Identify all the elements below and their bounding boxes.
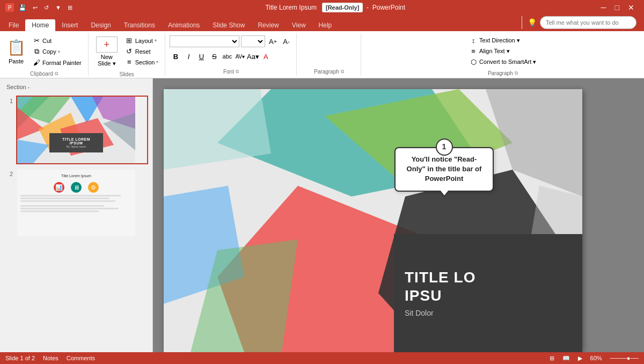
shadow-button[interactable]: abc [221, 50, 233, 62]
slide-thumbnail-1[interactable]: TITLE LOREM IPSUM By: Name name [16, 96, 148, 164]
clipboard-col: ✂ Cut ⧉ Copy ▾ 🖌 Format Painter [30, 35, 84, 68]
tab-design[interactable]: Design [84, 19, 117, 32]
callout-text: You'll notice "Read-Only" in the title b… [407, 155, 482, 183]
lightbulb-icon: 💡 [528, 18, 537, 27]
align-text-button[interactable]: ≡ Align Text ▾ [467, 46, 538, 56]
redo-qat-button[interactable]: ↺ [42, 4, 50, 11]
copy-icon: ⧉ [32, 47, 41, 56]
slide-title-text: TITLE LOIPSU [405, 268, 572, 304]
copy-label: Copy [42, 48, 56, 55]
paste-button[interactable]: 📋 Paste [4, 35, 28, 65]
font-name-select[interactable] [170, 35, 239, 47]
tab-insert[interactable]: Insert [55, 19, 84, 32]
drawing-content: ↕ Text Direction ▾ ≡ Align Text ▾ ⬡ Conv… [467, 34, 538, 68]
font-expander[interactable]: ⧉ [236, 69, 239, 75]
text-direction-button[interactable]: ↕ Text Direction ▾ [467, 35, 538, 46]
notes-status[interactable]: Notes [43, 355, 58, 361]
slide-thumbnail-2[interactable]: Title Lorem Ipsum 📊 🖥 ⚙ [16, 169, 148, 237]
layout-label: Layout [135, 38, 153, 44]
slide-thumb-svg-1 [17, 97, 135, 163]
drawing-group-label: Paragraph ⧉ [365, 68, 640, 76]
change-case-button[interactable]: Aa▾ [247, 50, 259, 62]
clipboard-content: 📋 Paste ✂ Cut ⧉ Copy ▾ 🖌 Format Painter [4, 34, 84, 69]
slide-icon-teal: 🖥 [71, 182, 82, 193]
zoom-slider[interactable]: ────●── [610, 355, 639, 361]
cut-icon: ✂ [32, 37, 41, 45]
tab-transitions[interactable]: Transitions [118, 19, 162, 32]
font-color-button[interactable]: A [260, 50, 272, 62]
close-button[interactable]: ✕ [624, 3, 639, 12]
slides-col: ⊞ Layout ▾ ↺ Reset ≡ Section ▾ [123, 35, 161, 67]
powerpoint-icon: P [5, 3, 14, 12]
tab-slideshow[interactable]: Slide Show [206, 19, 251, 32]
bold-button[interactable]: B [170, 50, 181, 62]
ribbon-tab-bar: File Home Insert Design Transitions Anim… [0, 15, 644, 31]
font-content: A+ A- B I U S abc AV▾ Aa▾ A [170, 34, 292, 67]
layout-chevron: ▾ [155, 38, 157, 43]
font-format-row: B I U S abc AV▾ Aa▾ A [170, 50, 272, 62]
undo-qat-button[interactable]: ↩ [31, 4, 39, 11]
ribbon-content: 📋 Paste ✂ Cut ⧉ Copy ▾ 🖌 Format Painter [0, 31, 644, 78]
align-text-label: Align Text ▾ [479, 48, 510, 55]
comments-status[interactable]: Comments [67, 355, 95, 361]
slide-icon-red: 📊 [54, 182, 64, 193]
tab-review[interactable]: Review [251, 19, 285, 32]
font-size-select[interactable] [241, 35, 265, 47]
char-spacing-button[interactable]: AV▾ [234, 50, 246, 62]
cut-button[interactable]: ✂ Cut [30, 35, 84, 46]
cut-label: Cut [42, 38, 52, 44]
main-area: Section - 1 [0, 78, 644, 352]
tell-me-input[interactable] [540, 16, 636, 29]
view-slideshow[interactable]: ▶ [578, 355, 582, 362]
slide-icon-yellow: ⚙ [88, 182, 99, 193]
layout-button[interactable]: ⊞ Layout ▾ [123, 35, 161, 46]
minimize-button[interactable]: ─ [597, 3, 611, 12]
slide-panel: Section - 1 [0, 78, 153, 352]
slides-group-label: Slides [93, 69, 161, 77]
tab-view[interactable]: View [286, 19, 312, 32]
new-slide-icon: + [96, 37, 118, 53]
section-button[interactable]: ≡ Section ▾ [123, 57, 161, 67]
tab-help[interactable]: Help [312, 19, 339, 32]
callout-box: 1 You'll notice "Read-Only" in the title… [394, 147, 494, 192]
customize-qat-button[interactable]: ▼ [54, 4, 63, 11]
drawing-expander[interactable]: ⧉ [515, 70, 518, 76]
drawing-group: ↕ Text Direction ▾ ≡ Align Text ▾ ⬡ Conv… [361, 33, 644, 76]
window-controls: ─ □ ✕ [597, 3, 639, 12]
restore-button[interactable]: □ [611, 3, 624, 12]
italic-button[interactable]: I [182, 50, 194, 62]
slides-group: + NewSlide ▾ ⊞ Layout ▾ ↺ Reset ≡ Sectio… [89, 33, 166, 76]
underline-button[interactable]: U [195, 50, 207, 62]
misc-qat-button[interactable]: ⊞ [66, 4, 74, 11]
paragraph-expander[interactable]: ⧉ [341, 69, 344, 75]
slide-item-1: 1 [4, 96, 148, 164]
format-painter-button[interactable]: 🖌 Format Painter [30, 57, 84, 68]
convert-smartart-button[interactable]: ⬡ Convert to SmartArt ▾ [467, 57, 538, 67]
slide-title-overlay: TITLE LOIPSU Sit Dolor [394, 234, 582, 353]
reset-button[interactable]: ↺ Reset [123, 46, 161, 56]
read-only-badge: [Read-Only] [322, 3, 363, 12]
copy-button[interactable]: ⧉ Copy ▾ [30, 46, 84, 57]
slide-view: TITLE LOIPSU Sit Dolor 1 You'll notice "… [153, 78, 644, 352]
grow-font-button[interactable]: A+ [267, 35, 279, 47]
text-direction-label: Text Direction ▾ [479, 37, 520, 44]
slide-item-2: 2 Title Lorem Ipsum 📊 🖥 ⚙ [4, 169, 148, 237]
slide-thumb-title-1: TITLE LOREM IPSUM By: Name name [49, 133, 103, 152]
tab-animations[interactable]: Animations [162, 19, 206, 32]
text-direction-icon: ↕ [469, 37, 478, 45]
save-qat-button[interactable]: 💾 [17, 4, 28, 11]
clipboard-expander[interactable]: ⧉ [55, 71, 58, 77]
slides-content: + NewSlide ▾ ⊞ Layout ▾ ↺ Reset ≡ Sectio… [93, 34, 161, 69]
new-slide-button[interactable]: + NewSlide ▾ [93, 35, 121, 68]
tab-file[interactable]: File [2, 19, 25, 32]
shrink-font-button[interactable]: A- [280, 35, 292, 47]
tab-home[interactable]: Home [25, 19, 55, 32]
view-reading[interactable]: 📖 [562, 355, 570, 362]
strikethrough-button[interactable]: S [208, 50, 220, 62]
convert-smartart-label: Convert to SmartArt ▾ [479, 59, 536, 65]
slide-subtitle-text: Sit Dolor [405, 309, 572, 317]
section-icon: ≡ [125, 58, 134, 66]
view-normal[interactable]: ⊞ [550, 355, 554, 362]
new-slide-label: NewSlide ▾ [98, 54, 116, 67]
slide-main[interactable]: TITLE LOIPSU Sit Dolor 1 You'll notice "… [164, 89, 582, 352]
